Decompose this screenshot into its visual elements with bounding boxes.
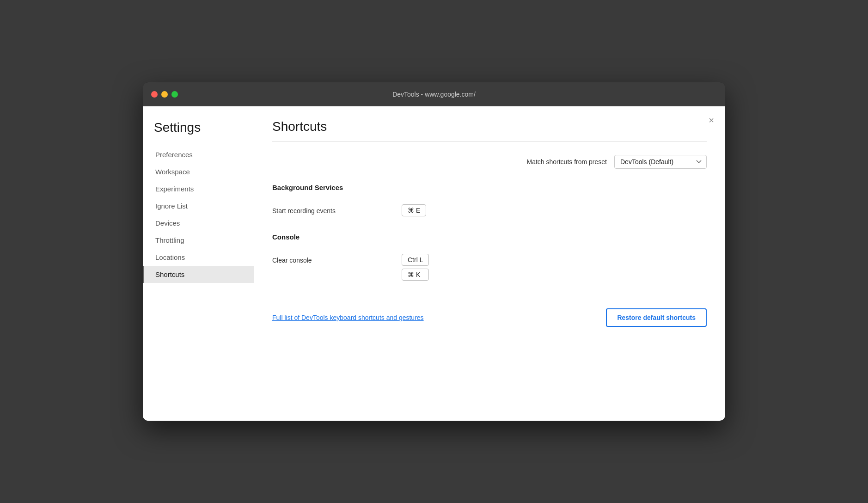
sidebar-heading: Settings <box>143 120 254 146</box>
sidebar-item-throttling[interactable]: Throttling <box>143 232 254 249</box>
section-console: Console Clear console Ctrl L ⌘ K <box>272 233 707 286</box>
preset-row: Match shortcuts from preset DevTools (De… <box>272 155 707 169</box>
shortcut-keys-clear-console: Ctrl L ⌘ K <box>402 254 429 281</box>
key-badge-ctrl-l: Ctrl L <box>402 254 429 266</box>
key-badge-cmd-e: ⌘ E <box>402 204 426 216</box>
preset-select[interactable]: DevTools (Default) Visual Studio Code <box>614 155 707 169</box>
shortcut-action-start-recording: Start recording events <box>272 204 402 215</box>
preset-label: Match shortcuts from preset <box>526 158 607 166</box>
full-list-link[interactable]: Full list of DevTools keyboard shortcuts… <box>272 314 424 321</box>
shortcut-action-clear-console: Clear console <box>272 254 402 264</box>
sidebar-item-preferences[interactable]: Preferences <box>143 146 254 163</box>
close-button[interactable]: × <box>709 116 714 125</box>
shortcut-row-clear-console: Clear console Ctrl L ⌘ K <box>272 248 707 286</box>
title-divider <box>272 141 707 142</box>
shortcut-keys-start-recording: ⌘ E <box>402 204 426 216</box>
page-title: Shortcuts <box>272 119 707 134</box>
key-badge-cmd-k: ⌘ K <box>402 269 429 281</box>
sidebar-item-ignore-list[interactable]: Ignore List <box>143 197 254 215</box>
main-content: × Shortcuts Match shortcuts from preset … <box>254 106 725 421</box>
sidebar-item-experiments[interactable]: Experiments <box>143 180 254 197</box>
traffic-lights <box>151 91 178 98</box>
section-background-services: Background Services Start recording even… <box>272 184 707 222</box>
traffic-light-green[interactable] <box>171 91 178 98</box>
sidebar-item-shortcuts[interactable]: Shortcuts <box>143 266 254 283</box>
sidebar-item-devices[interactable]: Devices <box>143 215 254 232</box>
shortcut-row-start-recording: Start recording events ⌘ E <box>272 199 707 222</box>
traffic-light-red[interactable] <box>151 91 158 98</box>
window-content: Settings Preferences Workspace Experimen… <box>143 106 725 421</box>
title-bar: DevTools - www.google.com/ <box>143 82 725 106</box>
sidebar-item-workspace[interactable]: Workspace <box>143 163 254 180</box>
restore-defaults-button[interactable]: Restore default shortcuts <box>606 308 707 327</box>
window-title: DevTools - www.google.com/ <box>392 91 476 98</box>
sidebar-item-locations[interactable]: Locations <box>143 249 254 266</box>
sidebar: Settings Preferences Workspace Experimen… <box>143 106 254 421</box>
footer-row: Full list of DevTools keyboard shortcuts… <box>272 301 707 327</box>
traffic-light-yellow[interactable] <box>161 91 168 98</box>
section-title-console: Console <box>272 233 707 241</box>
window: DevTools - www.google.com/ Settings Pref… <box>143 82 725 421</box>
section-title-background-services: Background Services <box>272 184 707 191</box>
